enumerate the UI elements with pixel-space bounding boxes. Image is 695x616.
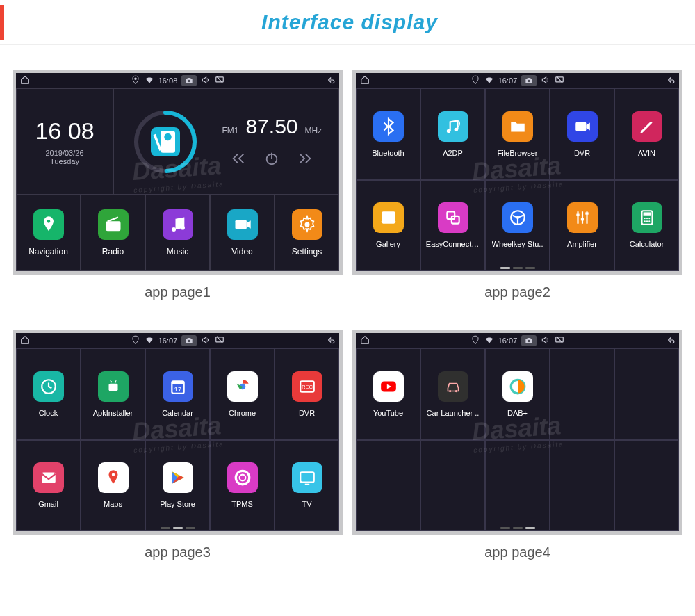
a2dp-icon bbox=[438, 111, 468, 142]
music-icon bbox=[163, 209, 193, 240]
home-icon[interactable] bbox=[360, 335, 370, 346]
back-icon[interactable] bbox=[325, 335, 335, 346]
svg-point-35 bbox=[644, 218, 645, 219]
rec-icon: REC bbox=[292, 371, 322, 402]
panel-app-page3: 16:07 ClockApkInstaller17CalendarChromeR… bbox=[13, 330, 343, 535]
app-tv[interactable]: TV bbox=[275, 440, 339, 532]
wifi-icon bbox=[484, 335, 494, 346]
home-tile-settings[interactable]: Settings bbox=[275, 195, 339, 271]
gps-icon bbox=[131, 75, 140, 86]
next-icon[interactable] bbox=[297, 151, 313, 169]
app-gmail[interactable]: Gmail bbox=[16, 440, 81, 532]
app-dvr[interactable]: RECDVR bbox=[275, 348, 339, 440]
app-avin[interactable]: AVIN bbox=[614, 88, 679, 180]
svg-rect-30 bbox=[576, 214, 579, 216]
back-icon[interactable] bbox=[665, 75, 675, 86]
panel-app-page4: 16:07 YouTubeCar Launcher ..DAB+ Dasaita… bbox=[352, 330, 682, 535]
svg-point-60 bbox=[528, 340, 531, 343]
empty-cell bbox=[614, 440, 679, 532]
app-label: Chrome bbox=[229, 409, 256, 417]
app-bluetooth[interactable]: Bluetooth bbox=[356, 88, 420, 180]
app-label: FileBrowser bbox=[497, 149, 537, 157]
home-tile-radio[interactable]: Radio bbox=[81, 195, 145, 271]
app-label: Car Launcher .. bbox=[427, 409, 480, 417]
gps-icon bbox=[131, 335, 140, 346]
home-tile-navigation[interactable]: Navigation bbox=[16, 195, 81, 271]
empty-cell bbox=[550, 348, 614, 440]
frequency-value: 87.50 bbox=[245, 115, 297, 138]
app-label: Play Store bbox=[160, 500, 195, 508]
volume-icon[interactable] bbox=[201, 75, 211, 86]
power-icon[interactable] bbox=[264, 151, 279, 169]
clock-widget[interactable]: 16 08 2019/03/26 Tuesday bbox=[16, 88, 113, 195]
svg-point-36 bbox=[646, 218, 647, 219]
app-dvr[interactable]: DVR bbox=[550, 88, 614, 180]
svg-point-15 bbox=[181, 226, 185, 230]
app-car-launcher-[interactable]: Car Launcher .. bbox=[420, 348, 485, 440]
app-label: YouTube bbox=[373, 409, 403, 417]
app-chrome[interactable]: Chrome bbox=[210, 348, 275, 440]
frequency-unit: MHz bbox=[305, 126, 322, 136]
app-calendar[interactable]: 17Calendar bbox=[145, 348, 210, 440]
app-label: Maps bbox=[104, 500, 122, 508]
caption-1: app page1 bbox=[13, 275, 343, 320]
wifi-icon bbox=[145, 75, 154, 86]
camera-icon[interactable] bbox=[521, 335, 537, 346]
home-tile-video[interactable]: Video bbox=[210, 195, 275, 271]
app-dab-[interactable]: DAB+ bbox=[485, 348, 550, 440]
status-time: 16:07 bbox=[498, 76, 518, 85]
home-icon[interactable] bbox=[360, 75, 370, 86]
screenshot-grid: 16:08 16 08 2019/03/26 Tuesday bbox=[0, 45, 695, 587]
app-a2dp[interactable]: A2DP bbox=[420, 88, 485, 180]
home-tile-music[interactable]: Music bbox=[145, 195, 210, 271]
app-filebrowser[interactable]: FileBrowser bbox=[485, 88, 550, 180]
app-play-store[interactable]: Play Store bbox=[145, 440, 210, 532]
volume-icon[interactable] bbox=[541, 335, 550, 346]
image-icon bbox=[373, 202, 404, 233]
screen-off-icon[interactable] bbox=[555, 75, 564, 86]
app-easyconnection[interactable]: EasyConnection bbox=[420, 180, 485, 272]
app-gallery[interactable]: Gallery bbox=[356, 180, 420, 272]
screen-off-icon[interactable] bbox=[215, 335, 224, 346]
svg-point-17 bbox=[304, 222, 309, 227]
empty-cell bbox=[485, 440, 550, 532]
back-icon[interactable] bbox=[325, 75, 335, 86]
home-icon[interactable] bbox=[20, 75, 30, 86]
status-bar: 16:07 bbox=[16, 333, 339, 348]
panel-app-page2: 16:07 BluetoothA2DPFileBrowserDVRAVINGal… bbox=[352, 70, 682, 275]
screen-off-icon[interactable] bbox=[555, 335, 564, 346]
camera-icon[interactable] bbox=[181, 335, 197, 346]
svg-point-18 bbox=[528, 80, 531, 83]
app-grid: BluetoothA2DPFileBrowserDVRAVINGalleryEa… bbox=[356, 88, 679, 271]
radio-widget[interactable]: FM1 87.50 MHz bbox=[113, 88, 339, 195]
camera-icon[interactable] bbox=[181, 75, 197, 86]
prev-icon[interactable] bbox=[231, 151, 246, 169]
back-icon[interactable] bbox=[665, 335, 675, 346]
app-youtube[interactable]: YouTube bbox=[356, 348, 420, 440]
svg-rect-16 bbox=[235, 220, 246, 229]
app-clock[interactable]: Clock bbox=[16, 348, 81, 440]
clock-date: 2019/03/26 bbox=[45, 149, 83, 157]
mail-icon bbox=[33, 462, 64, 493]
camera-icon[interactable] bbox=[521, 75, 537, 86]
volume-icon[interactable] bbox=[201, 335, 211, 346]
app-wheelkey-stu-[interactable]: Wheelkey Stu.. bbox=[485, 180, 550, 272]
tile-label: Music bbox=[167, 247, 188, 257]
app-amplifier[interactable]: Amplifier bbox=[550, 180, 614, 272]
app-label: TPMS bbox=[231, 500, 253, 508]
app-calculator[interactable]: Calculator bbox=[614, 180, 679, 272]
status-time: 16:08 bbox=[158, 76, 178, 85]
gps-icon bbox=[471, 335, 480, 346]
header: Interface display bbox=[0, 0, 695, 45]
screen-off-icon[interactable] bbox=[215, 75, 224, 86]
svg-rect-24 bbox=[382, 212, 395, 224]
app-maps[interactable]: Maps bbox=[81, 440, 145, 532]
calc-icon bbox=[632, 202, 662, 233]
volume-icon[interactable] bbox=[541, 75, 550, 86]
clock-day: Tuesday bbox=[50, 157, 79, 165]
app-tpms[interactable]: TPMS bbox=[210, 440, 275, 532]
app-apkinstaller[interactable]: ApkInstaller bbox=[81, 348, 145, 440]
app-label: Clock bbox=[39, 409, 58, 417]
home-icon[interactable] bbox=[20, 335, 30, 346]
svg-text:17: 17 bbox=[174, 384, 181, 392]
